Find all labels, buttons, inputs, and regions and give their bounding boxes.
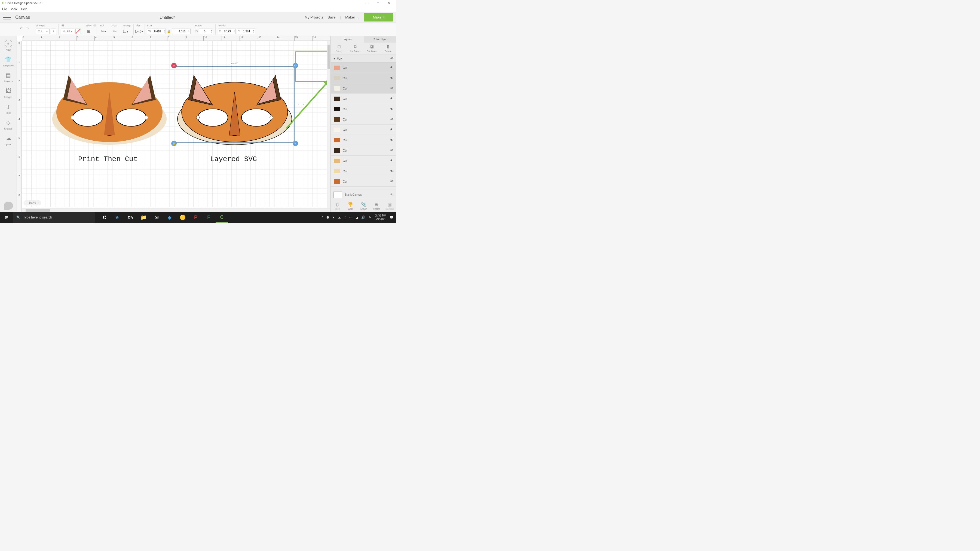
visibility-toggle[interactable]: 👁 — [390, 169, 394, 173]
publisher-icon[interactable]: P — [202, 212, 215, 223]
taskbar-clock[interactable]: 3:40 PM 3/9/2020 — [375, 214, 386, 221]
tray-icon[interactable]: ● — [332, 216, 334, 219]
scrollbar-vertical[interactable] — [327, 41, 331, 208]
layer-row[interactable]: Cut👁 — [331, 94, 396, 104]
maximize-button[interactable]: ◻ — [372, 1, 383, 5]
select-all-button[interactable]: ⊞ — [86, 28, 92, 35]
visibility-toggle[interactable]: 👁 — [390, 56, 394, 60]
task-view-icon[interactable]: ⑆ — [98, 212, 111, 223]
layer-row[interactable]: Cut👁 — [331, 63, 396, 73]
tray-chevron-icon[interactable]: ^ — [321, 216, 323, 219]
sidebar-new[interactable]: +New — [0, 38, 17, 53]
make-it-button[interactable]: Make It — [364, 13, 393, 22]
layer-row[interactable]: Cut👁 — [331, 176, 396, 187]
arrange-button[interactable]: ❐▾ — [123, 28, 129, 35]
onedrive-icon[interactable]: ☁ — [337, 216, 341, 219]
group-button[interactable]: ⊡Group — [331, 43, 347, 54]
notifications-icon[interactable]: 💬 — [390, 216, 394, 219]
close-button[interactable]: ✕ — [383, 1, 394, 5]
contour-button[interactable]: ▣Contour — [383, 200, 396, 212]
visibility-toggle[interactable]: 👁 — [390, 138, 394, 142]
sidebar-upload[interactable]: ☁Upload — [0, 133, 17, 148]
align-button[interactable]: ≡▾ — [111, 28, 118, 35]
selection-lock-handle[interactable]: 🔒 — [171, 141, 177, 146]
menu-file[interactable]: File — [2, 7, 7, 11]
hamburger-menu[interactable] — [3, 15, 11, 20]
layer-row[interactable]: Cut👁 — [331, 104, 396, 114]
save-button[interactable]: Save — [328, 15, 336, 19]
explorer-icon[interactable]: 📁 — [137, 212, 150, 223]
y-input[interactable]: Y ▲▼ — [237, 29, 255, 34]
menu-help[interactable]: Help — [21, 7, 27, 11]
my-projects-link[interactable]: My Projects — [305, 15, 323, 19]
width-input[interactable]: W ▲▼ — [147, 29, 166, 34]
cricut-app-icon[interactable]: C — [216, 212, 228, 223]
edit-button[interactable]: ✂▾ — [100, 28, 107, 35]
delete-button[interactable]: 🗑Delete — [380, 43, 396, 54]
wifi-icon[interactable]: ◢ — [356, 216, 358, 219]
redo-button[interactable]: ↷ — [26, 26, 29, 30]
width-field[interactable] — [152, 30, 163, 33]
chat-bubble-icon[interactable] — [4, 202, 13, 210]
chrome-icon[interactable]: 🟡 — [177, 212, 189, 223]
machine-dropdown[interactable]: Maker ⌄ — [345, 15, 360, 19]
flip-button[interactable]: ▷◁▾ — [136, 28, 142, 35]
layer-row[interactable]: Cut👁 — [331, 125, 396, 135]
linetype-help[interactable]: ? — [51, 29, 56, 34]
layer-row[interactable]: Cut👁 — [331, 73, 396, 83]
height-input[interactable]: H ▲▼ — [172, 29, 190, 34]
volume-icon[interactable]: 🔊 — [361, 216, 365, 219]
lock-icon[interactable]: 🔒 — [167, 29, 171, 33]
scrollbar-horizontal[interactable] — [22, 208, 331, 212]
tab-color-sync[interactable]: Color Sync — [364, 36, 397, 43]
layer-row[interactable]: Cut👁 — [331, 114, 396, 125]
bluetooth-icon[interactable]: ᛒ — [344, 216, 346, 219]
canvas-area[interactable]: 012345678910111213141516 012345678 — [17, 36, 331, 212]
layer-row[interactable]: Cut👁 — [331, 156, 396, 166]
visibility-toggle[interactable]: 👁 — [390, 117, 394, 121]
tab-layers[interactable]: Layers — [331, 36, 364, 43]
weld-button[interactable]: 👎Weld — [344, 200, 357, 212]
rotate-input[interactable]: ▲▼ — [199, 29, 213, 34]
sidebar-text[interactable]: TText — [0, 101, 17, 116]
visibility-toggle[interactable]: 👁 — [390, 76, 394, 80]
visibility-toggle[interactable]: 👁 — [390, 148, 394, 152]
visibility-toggle[interactable]: 👁 — [390, 86, 394, 91]
zoom-in-icon[interactable]: + — [37, 202, 39, 204]
layer-row[interactable]: Cut👁 — [331, 83, 396, 94]
menu-view[interactable]: View — [11, 7, 18, 11]
undo-button[interactable]: ↶ — [20, 26, 23, 30]
selection-delete-handle[interactable]: ✕ — [171, 63, 177, 68]
layer-row[interactable]: Cut👁 — [331, 135, 396, 145]
blank-canvas-row[interactable]: Blank Canvas 👁 — [331, 189, 396, 200]
slice-button[interactable]: ◐Slice — [331, 200, 344, 212]
store-icon[interactable]: 🛍 — [124, 212, 137, 223]
visibility-toggle[interactable]: 👁 — [390, 179, 394, 183]
visibility-toggle[interactable]: 👁 — [390, 159, 394, 163]
layer-row[interactable]: Cut👁 — [331, 187, 396, 189]
battery-icon[interactable]: ▭ — [349, 216, 352, 219]
sidebar-shapes[interactable]: ◇Shapes — [0, 117, 17, 132]
mail-icon[interactable]: ✉ — [150, 212, 163, 223]
rotate-field[interactable] — [199, 30, 210, 33]
minimize-button[interactable]: — — [361, 1, 372, 5]
x-field[interactable] — [222, 30, 233, 33]
visibility-toggle[interactable]: 👁 — [390, 97, 394, 101]
linetype-dropdown[interactable]: Cut▾ — [36, 29, 49, 34]
attach-button[interactable]: 📎Attach — [357, 200, 370, 212]
selection-resize-handle[interactable]: ⤡ — [293, 141, 298, 146]
visibility-hidden-icon[interactable]: 👁 — [390, 193, 394, 197]
app-icon[interactable]: ◆ — [163, 212, 176, 223]
duplicate-button[interactable]: ⿻Duplicate — [364, 43, 380, 54]
height-field[interactable] — [177, 30, 188, 33]
layer-group-header[interactable]: ▾ Fox 👁 — [331, 54, 396, 63]
dropbox-icon[interactable]: ⬢ — [326, 216, 329, 219]
edge-icon[interactable]: e — [111, 212, 124, 223]
visibility-toggle[interactable]: 👁 — [390, 65, 394, 70]
x-input[interactable]: X ▲▼ — [218, 29, 236, 34]
powerpoint-icon[interactable]: P — [189, 212, 202, 223]
taskbar-search[interactable]: 🔍 Type here to search — [13, 212, 95, 223]
zoom-out-icon[interactable]: − — [25, 202, 27, 204]
fill-swatch[interactable] — [75, 29, 81, 34]
fill-dropdown[interactable]: No Fill▾ — [61, 29, 74, 34]
